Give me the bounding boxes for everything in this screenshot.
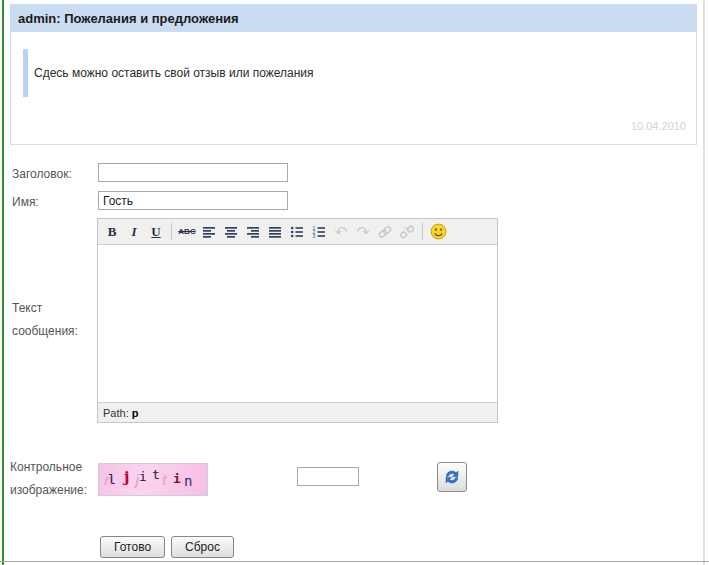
- page-bottom-border: [0, 561, 709, 562]
- page-right-border: [703, 0, 705, 565]
- redo-button[interactable]: ↷: [352, 222, 374, 242]
- align-justify-icon: [267, 224, 283, 240]
- title-input[interactable]: [98, 163, 288, 182]
- italic-icon: I: [131, 224, 136, 240]
- numbered-list-button[interactable]: 123: [308, 222, 330, 242]
- align-center-icon: [223, 224, 239, 240]
- align-left-button[interactable]: [198, 222, 220, 242]
- redo-icon: ↷: [357, 224, 370, 239]
- bold-button[interactable]: B: [101, 222, 123, 242]
- undo-icon: ↶: [335, 224, 348, 239]
- rich-text-editor: B I U ABC 123 ↶ ↷: [97, 218, 498, 423]
- captcha-refresh-button[interactable]: [437, 462, 467, 492]
- name-input[interactable]: [98, 191, 288, 210]
- underline-icon: U: [151, 224, 160, 240]
- link-icon: [377, 224, 393, 240]
- submit-button[interactable]: Готово: [100, 536, 165, 558]
- unlink-button[interactable]: [396, 222, 418, 242]
- italic-button[interactable]: I: [123, 222, 145, 242]
- bold-icon: B: [108, 224, 117, 240]
- captcha-letter: l: [108, 472, 116, 487]
- captcha-input[interactable]: [297, 467, 359, 486]
- align-center-button[interactable]: [220, 222, 242, 242]
- reset-button[interactable]: Сброс: [171, 536, 234, 558]
- strikethrough-button[interactable]: ABC: [176, 222, 198, 242]
- align-right-button[interactable]: [242, 222, 264, 242]
- quote-bar: [23, 49, 28, 97]
- editor-body[interactable]: [98, 245, 497, 402]
- name-field-label: Имя:: [12, 195, 39, 209]
- message-text: Сдесь можно оставить свой отзыв или поже…: [34, 66, 314, 80]
- captcha-image: n j t l j i t i n: [98, 463, 208, 496]
- numbered-list-icon: 123: [311, 224, 327, 240]
- captcha-label-line2: изображение:: [10, 483, 87, 497]
- captcha-letter: i: [173, 471, 181, 486]
- toolbar-separator: [171, 223, 172, 240]
- editor-path-bar: Path:p: [98, 402, 497, 422]
- bullet-list-button[interactable]: [286, 222, 308, 242]
- body-field-label-line2: сообщения:: [12, 324, 78, 338]
- undo-button[interactable]: ↶: [330, 222, 352, 242]
- path-value: p: [132, 407, 139, 419]
- captcha-letter: i: [139, 469, 147, 484]
- toolbar-separator: [422, 223, 423, 240]
- page-left-border: [2, 0, 4, 565]
- smiley-icon: [430, 223, 447, 240]
- editor-toolbar: B I U ABC 123 ↶ ↷: [98, 219, 497, 245]
- unlink-icon: [399, 224, 415, 240]
- align-right-icon: [245, 224, 261, 240]
- bullet-list-icon: [289, 224, 305, 240]
- emoticons-button[interactable]: [427, 222, 449, 242]
- body-field-label-line1: Текст: [12, 301, 42, 315]
- message-date: 10.04.2010: [631, 120, 686, 132]
- underline-button[interactable]: U: [145, 222, 167, 242]
- first-message-box: Сдесь можно оставить свой отзыв или поже…: [10, 32, 697, 145]
- svg-text:3: 3: [313, 233, 316, 239]
- captcha-letter: n: [184, 473, 192, 489]
- path-label: Path:: [103, 407, 129, 419]
- topic-title: admin: Пожелания и предложения: [10, 11, 239, 26]
- align-justify-button[interactable]: [264, 222, 286, 242]
- refresh-icon: [443, 468, 461, 486]
- guestbook-page: admin: Пожелания и предложения Сдесь мож…: [0, 0, 709, 565]
- topic-header: admin: Пожелания и предложения: [10, 4, 697, 32]
- insert-link-button[interactable]: [374, 222, 396, 242]
- align-left-icon: [201, 224, 217, 240]
- captcha-letter: j: [124, 468, 129, 486]
- strikethrough-icon: ABC: [178, 227, 195, 236]
- title-field-label: Заголовок:: [12, 167, 72, 181]
- captcha-letter: t: [152, 467, 160, 482]
- captcha-label-line1: Контрольное: [10, 460, 82, 474]
